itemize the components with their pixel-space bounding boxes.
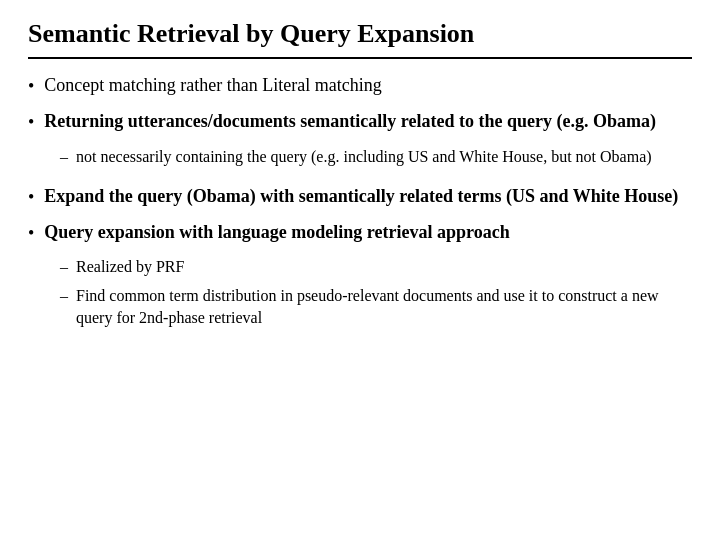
sub-bullet-dash-3: – — [60, 285, 68, 307]
content-area: • Concept matching rather than Literal m… — [28, 73, 692, 522]
sub-bullet-dash-2: – — [60, 256, 68, 278]
bullet-dot-1: • — [28, 74, 34, 99]
title-section: Semantic Retrieval by Query Expansion — [28, 18, 692, 59]
sub-bullet-text-3: Find common term distribution in pseudo-… — [76, 285, 692, 330]
bullet-dot-2: • — [28, 110, 34, 135]
bullet-text-2: Returning utterances/documents semantica… — [44, 109, 656, 134]
bullet-item-2: • Returning utterances/documents semanti… — [28, 109, 692, 135]
sub-bullet-text-2: Realized by PRF — [76, 256, 184, 278]
slide-title: Semantic Retrieval by Query Expansion — [28, 18, 692, 49]
bullet-dot-3: • — [28, 185, 34, 210]
bullet-text-3: Expand the query (Obama) with semantical… — [44, 184, 678, 209]
bullet-text-4: Query expansion with language modeling r… — [44, 220, 509, 245]
sub-bullet-item-3: – Find common term distribution in pseud… — [60, 285, 692, 330]
bullet-item-4: • Query expansion with language modeling… — [28, 220, 692, 246]
bullet-item-3: • Expand the query (Obama) with semantic… — [28, 184, 692, 210]
sub-bullet-item-1: – not necessarily containing the query (… — [60, 146, 692, 168]
sub-bullet-text-1: not necessarily containing the query (e.… — [76, 146, 652, 168]
slide: Semantic Retrieval by Query Expansion • … — [0, 0, 720, 540]
bullet-item-1: • Concept matching rather than Literal m… — [28, 73, 692, 99]
sub-bullet-dash-1: – — [60, 146, 68, 168]
sub-bullets-4: – Realized by PRF – Find common term dis… — [60, 256, 692, 335]
bullet-text-1: Concept matching rather than Literal mat… — [44, 73, 381, 98]
sub-bullet-item-2: – Realized by PRF — [60, 256, 692, 278]
bullet-dot-4: • — [28, 221, 34, 246]
sub-bullets-2: – not necessarily containing the query (… — [60, 146, 692, 174]
